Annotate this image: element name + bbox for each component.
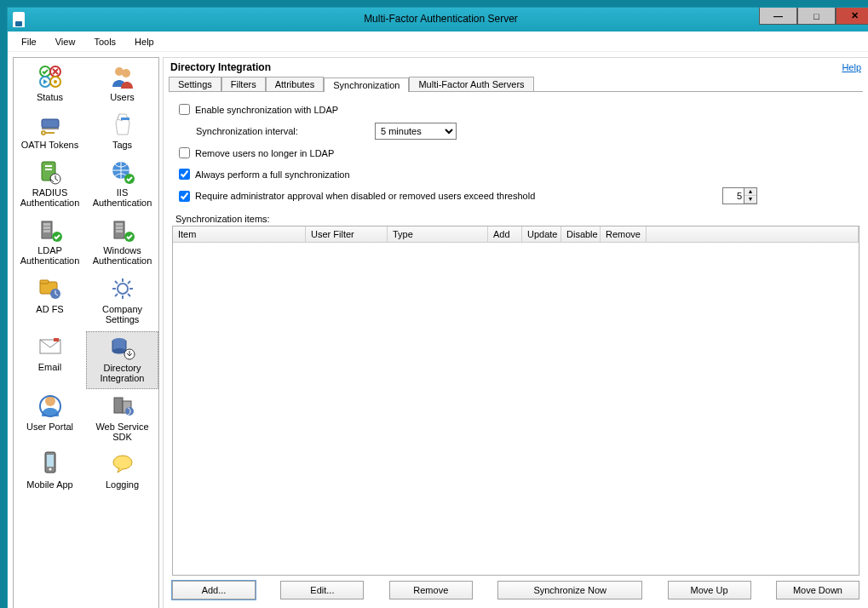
sync-items-grid: Item User Filter Type Add Update Disable… [172,226,859,576]
sidebar-icon [37,393,64,420]
svg-rect-26 [116,227,123,229]
sync-interval-row: Synchronization interval: 5 minutes [172,123,859,140]
app-window: Multi-Factor Authentication Server — □ ✕… [7,7,868,608]
move-up-button[interactable]: Move Up [668,581,751,599]
sidebar-icon [37,111,64,138]
col-add[interactable]: Add [488,227,522,242]
sidebar-item-status[interactable]: Status [14,61,86,107]
tab-attributes[interactable]: Attributes [266,77,324,91]
sidebar-icon [109,393,136,420]
menu-tools[interactable]: Tools [85,34,124,49]
require-approval-checkbox[interactable] [179,191,190,202]
col-disable[interactable]: Disable [561,227,601,242]
sidebar-icon [109,111,136,138]
sync-interval-label: Synchronization interval: [196,126,375,136]
sidebar-item-label: LDAP Authentication [15,245,84,266]
sidebar-item-directory-integration[interactable]: Directory Integration [86,331,158,389]
sidebar-item-windows-authentication[interactable]: Windows Authentication [86,215,158,271]
tab-multi-factor-auth-servers[interactable]: Multi-Factor Auth Servers [409,77,533,91]
sidebar-item-ad-fs[interactable]: AD FS [14,273,86,330]
sidebar-icon [37,216,64,244]
add-button[interactable]: Add... [172,581,256,599]
body-area: StatusUsersOATH TokensTagsRADIUS Authent… [8,52,868,608]
navigation-panel: StatusUsersOATH TokensTagsRADIUS Authent… [13,57,159,608]
grid-header: Item User Filter Type Add Update Disable… [173,227,859,243]
sidebar-icon [37,63,64,90]
sidebar-icon [37,275,64,302]
help-link[interactable]: Help [842,62,861,72]
col-remove[interactable]: Remove [601,227,647,242]
tab-synchronization[interactable]: Synchronization [324,77,409,92]
full-sync-label: Always perform a full synchronization [195,169,350,180]
remove-users-checkbox[interactable] [179,147,190,158]
tab-settings[interactable]: Settings [169,77,221,91]
menu-view[interactable]: View [47,34,84,49]
synchronize-now-button[interactable]: Synchronize Now [497,581,642,599]
enable-sync-row[interactable]: Enable synchronization with LDAP [172,101,859,118]
move-down-button[interactable]: Move Down [776,581,859,599]
svg-rect-40 [114,398,123,413]
threshold-up-icon[interactable]: ▲ [744,188,756,196]
col-type[interactable]: Type [388,227,488,242]
sidebar-item-label: RADIUS Authentication [15,187,84,208]
threshold-input[interactable] [723,188,744,204]
col-update[interactable]: Update [522,227,561,242]
svg-point-45 [49,468,51,471]
svg-rect-21 [43,227,50,229]
sidebar-item-logging[interactable]: Logging [86,449,158,495]
svg-rect-15 [45,169,52,170]
tab-filters[interactable]: Filters [221,77,266,91]
grid-body[interactable] [173,243,859,575]
enable-sync-checkbox[interactable] [179,104,190,115]
sidebar-item-web-service-sdk[interactable]: Web Service SDK [86,391,158,447]
close-button[interactable]: ✕ [836,8,868,25]
svg-rect-27 [116,230,123,232]
sidebar-item-oath-tokens[interactable]: OATH Tokens [14,109,86,155]
svg-rect-30 [40,280,49,284]
sidebar-item-email[interactable]: Email [14,331,86,389]
sidebar-item-label: AD FS [36,304,63,314]
svg-rect-22 [43,230,50,232]
sidebar-item-label: Tags [112,140,132,150]
sidebar-item-company-settings[interactable]: Company Settings [86,273,158,330]
sidebar-item-ldap-authentication[interactable]: LDAP Authentication [14,215,86,271]
sidebar-item-label: Mobile App [26,479,72,490]
full-sync-row[interactable]: Always perform a full synchronization [172,166,859,182]
col-item[interactable]: Item [173,227,306,242]
menu-help[interactable]: Help [126,34,163,49]
threshold-spinner[interactable]: ▲ ▼ [722,187,757,204]
maximize-button[interactable]: □ [797,8,836,25]
sidebar-item-label: IIS Authentication [88,187,157,208]
svg-point-32 [118,284,128,294]
svg-rect-12 [121,118,129,120]
svg-rect-11 [46,132,55,134]
minimize-button[interactable]: — [759,8,797,25]
threshold-down-icon[interactable]: ▼ [744,196,756,204]
menu-file[interactable]: File [13,34,45,49]
sidebar-icon [109,216,136,244]
sidebar-item-mobile-app[interactable]: Mobile App [14,449,86,495]
sidebar-item-label: Status [37,92,63,102]
sidebar-item-users[interactable]: Users [86,61,158,107]
sidebar-item-label: Users [110,92,135,102]
remove-button[interactable]: Remove [389,581,473,599]
full-sync-checkbox[interactable] [179,169,190,180]
sidebar-item-tags[interactable]: Tags [86,109,158,155]
menu-bar: File View Tools Help [8,32,868,52]
col-filter[interactable]: User Filter [306,227,388,242]
svg-rect-20 [43,223,50,226]
sidebar-item-iis-authentication[interactable]: IIS Authentication [86,157,158,213]
sidebar-icon [37,333,64,360]
svg-rect-8 [42,128,59,129]
sidebar-item-label: Windows Authentication [88,245,157,266]
sync-interval-select[interactable]: 5 minutes [375,123,457,140]
sidebar-item-user-portal[interactable]: User Portal [14,391,86,447]
sidebar-item-radius-authentication[interactable]: RADIUS Authentication [14,157,86,213]
sidebar-icon [109,450,136,478]
sidebar-icon [109,334,136,361]
edit-button[interactable]: Edit... [280,581,364,599]
remove-users-row[interactable]: Remove users no longer in LDAP [172,145,859,161]
svg-point-4 [54,80,57,83]
svg-rect-7 [42,119,59,128]
svg-point-46 [113,456,132,469]
